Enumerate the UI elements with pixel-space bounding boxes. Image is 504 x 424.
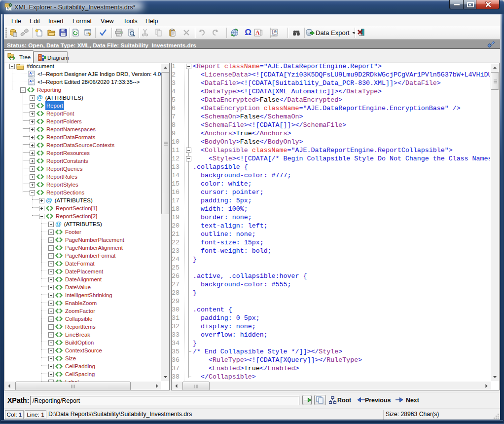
svg-text:A: A [29,71,32,76]
svg-text:A: A [29,79,32,83]
svg-text:JSon: JSon [272,34,277,36]
svg-text:A: A [255,29,260,36]
